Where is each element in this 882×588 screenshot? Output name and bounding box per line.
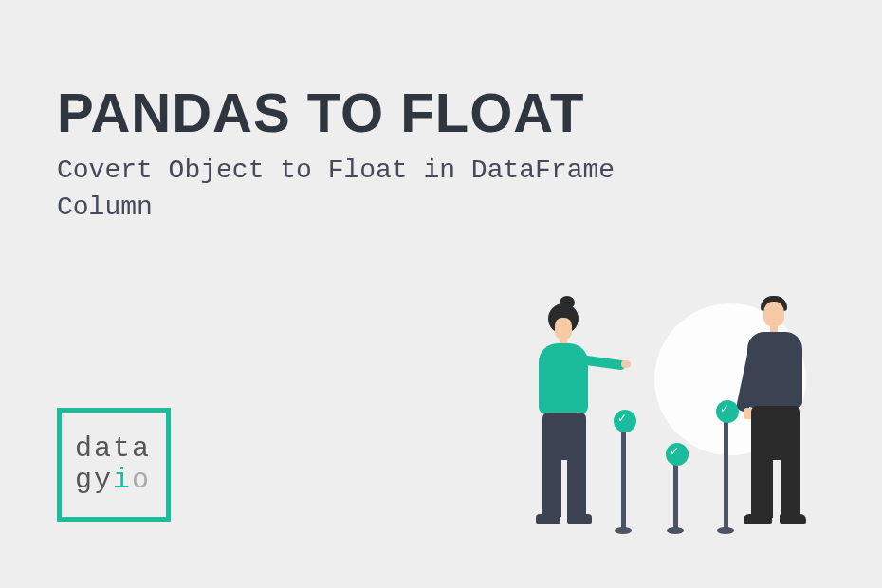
- datagy-logo: data gyio: [57, 408, 171, 522]
- logo-text-line2: gyio: [75, 465, 151, 496]
- person-illustration-right: [721, 294, 835, 541]
- hero-illustration: [484, 275, 825, 550]
- logo-text-line1: data: [75, 433, 151, 465]
- page-subtitle: Covert Object to Float in DataFrame Colu…: [57, 152, 626, 226]
- person-illustration-left: [503, 303, 616, 541]
- checkmark-marker-icon: [673, 460, 678, 531]
- checkmark-marker-icon: [621, 427, 626, 531]
- page-title: PANDAS TO FLOAT: [57, 81, 584, 144]
